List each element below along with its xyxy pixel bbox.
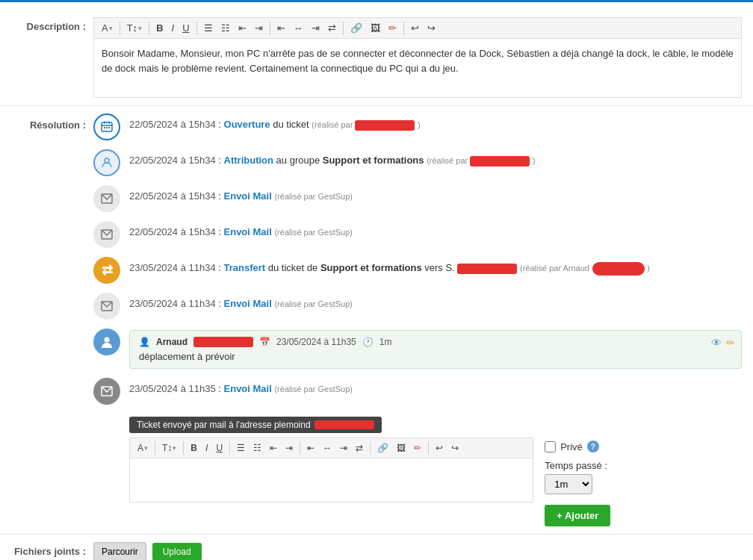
sep5 bbox=[343, 22, 344, 35]
comment-actions: 👁 ✏ bbox=[711, 337, 735, 349]
timeline-event-3: 22/05/2024 à 15h34 : Envoi Mail (réalisé… bbox=[93, 185, 742, 212]
underline-btn[interactable]: U bbox=[179, 21, 192, 35]
add-fichier-btn[interactable]: Parcourir bbox=[93, 542, 146, 560]
undo-btn[interactable]: ↩ bbox=[408, 21, 422, 35]
mail-icon-6 bbox=[93, 293, 120, 320]
upload-fichier-btn[interactable]: Upload bbox=[152, 543, 202, 560]
reply-list-ol-btn[interactable]: ☷ bbox=[250, 441, 264, 455]
reply-content: Ticket envoyé par mail à l'adresse plemo… bbox=[129, 414, 742, 526]
bold-btn[interactable]: B bbox=[153, 21, 166, 35]
mail-icon-3 bbox=[93, 185, 120, 212]
timeline-event-2: 22/05/2024 à 15h34 : Attribution au grou… bbox=[93, 149, 742, 176]
reply-image-btn[interactable]: 🖼 bbox=[394, 441, 409, 455]
temps-select[interactable]: 1m 5m 10m 15m 30m 1h bbox=[545, 474, 592, 494]
reply-align-r-btn[interactable]: ⇥ bbox=[337, 441, 350, 455]
reply-underline-btn[interactable]: U bbox=[213, 441, 226, 455]
reply-list-ul-btn[interactable]: ☰ bbox=[234, 441, 248, 455]
edit-comment-btn[interactable]: ✏ bbox=[726, 337, 735, 349]
reply-indent-r-btn[interactable]: ⇥ bbox=[282, 441, 296, 455]
fichiers-label: Fichiers joints : bbox=[11, 542, 93, 557]
resolution-label: Résolution : bbox=[11, 113, 93, 131]
color-btn[interactable]: ✏ bbox=[385, 21, 400, 35]
reply-editor-row: A ▾ T↕ ▾ B I bbox=[129, 438, 742, 526]
reply-editor-wrapper: A ▾ T↕ ▾ B I bbox=[129, 438, 533, 526]
align-left-btn[interactable]: ⇤ bbox=[274, 21, 288, 35]
reply-indent-l-btn[interactable]: ⇤ bbox=[267, 441, 280, 455]
comment-wrapper: 👤 Arnaud 📅 23/05/2024 à 11h35 🕐 1m dépla… bbox=[129, 329, 742, 369]
prive-checkbox[interactable] bbox=[545, 441, 556, 452]
reply-justify-btn[interactable]: ⇄ bbox=[353, 441, 366, 455]
temps-label: Temps passé : bbox=[545, 460, 607, 471]
help-icon[interactable]: ? bbox=[587, 441, 599, 452]
list-ol-btn[interactable]: ☷ bbox=[218, 21, 233, 35]
reply-font-btn[interactable]: A ▾ bbox=[134, 441, 151, 455]
reply-bold-btn[interactable]: B bbox=[188, 441, 200, 455]
reply-fontsize-btn[interactable]: T↕ ▾ bbox=[159, 441, 179, 455]
resolution-section: Résolution : 22/05/2024 à 15h3 bbox=[0, 106, 753, 535]
fichiers-section: Fichiers joints : Parcourir Upload bbox=[0, 535, 753, 560]
reply-text-input[interactable] bbox=[129, 458, 533, 503]
reply-align-c-btn[interactable]: ↔ bbox=[320, 441, 335, 455]
list-ul-btn[interactable]: ☰ bbox=[201, 21, 216, 35]
sep6 bbox=[403, 22, 404, 35]
reply-toolbar: A ▾ T↕ ▾ B I bbox=[129, 438, 533, 458]
image-btn[interactable]: 🖼 bbox=[368, 21, 383, 35]
event-5-text: 23/05/2024 à 11h34 : Transfert du ticket… bbox=[129, 257, 742, 276]
sep2 bbox=[149, 22, 149, 35]
svg-rect-2 bbox=[104, 122, 105, 124]
svg-point-7 bbox=[105, 158, 109, 163]
font-family-btn[interactable]: A ▾ bbox=[99, 21, 116, 35]
indent-r-btn[interactable]: ⇥ bbox=[252, 21, 266, 35]
timeline-event-5: ⇄ 23/05/2024 à 11h34 : Transfert du tick… bbox=[93, 257, 742, 284]
align-right-btn[interactable]: ⇥ bbox=[309, 21, 323, 35]
event-2-text: 22/05/2024 à 15h34 : Attribution au grou… bbox=[129, 149, 742, 167]
justify-btn[interactable]: ⇄ bbox=[325, 21, 339, 35]
reply-redo-btn[interactable]: ↪ bbox=[448, 441, 462, 455]
reply-color-btn[interactable]: ✏ bbox=[411, 441, 424, 455]
event-1-text: 22/05/2024 à 15h34 : Ouverture du ticket… bbox=[129, 113, 742, 131]
fichiers-content: Parcourir Upload bbox=[93, 542, 202, 560]
svg-rect-3 bbox=[108, 122, 110, 124]
person-icon-2 bbox=[93, 149, 120, 176]
indent-l-btn[interactable]: ⇤ bbox=[235, 21, 250, 35]
sep3 bbox=[196, 22, 197, 35]
align-center-btn[interactable]: ↔ bbox=[291, 21, 306, 35]
comment-text: déplacement à prévoir bbox=[139, 351, 732, 362]
reply-align-l-btn[interactable]: ⇤ bbox=[304, 441, 317, 455]
event-3-text: 22/05/2024 à 15h34 : Envoi Mail (réalisé… bbox=[129, 185, 742, 203]
timeline-event-1: 22/05/2024 à 15h34 : Ouverture du ticket… bbox=[93, 113, 742, 140]
sep1 bbox=[120, 22, 120, 35]
view-comment-btn[interactable]: 👁 bbox=[711, 337, 722, 349]
ajouter-btn[interactable]: + Ajouter bbox=[545, 505, 610, 526]
mail-icon-4 bbox=[93, 221, 120, 248]
reply-undo-btn[interactable]: ↩ bbox=[433, 441, 446, 455]
timeline-event-6: 23/05/2024 à 11h34 : Envoi Mail (réalisé… bbox=[93, 293, 742, 320]
timeline-event-4: 22/05/2024 à 15h34 : Envoi Mail (réalisé… bbox=[93, 221, 742, 248]
description-text[interactable]: Bonsoir Madame, Monsieur, mon PC n'arrêt… bbox=[93, 38, 742, 98]
description-toolbar: A ▾ T↕ ▾ B I U ☰ ☷ ⇤ ⇥ ⇤ ↔ bbox=[93, 17, 742, 38]
event-7-text: 23/05/2024 à 11h35 : Envoi Mail (réalisé… bbox=[129, 378, 742, 396]
side-controls: Privé ? Temps passé : 1m 5m 10m 15m bbox=[533, 441, 610, 526]
comment-meta: 👤 Arnaud 📅 23/05/2024 à 11h35 🕐 1m bbox=[139, 337, 732, 347]
comment-person-icon bbox=[93, 329, 120, 355]
calendar-icon-1 bbox=[93, 113, 120, 140]
reply-area: Ticket envoyé par mail à l'adresse plemo… bbox=[93, 414, 742, 526]
italic-btn[interactable]: I bbox=[169, 21, 178, 35]
reply-link-btn[interactable]: 🔗 bbox=[374, 441, 391, 455]
link-btn[interactable]: 🔗 bbox=[347, 21, 365, 35]
prive-label: Privé bbox=[560, 441, 583, 452]
svg-rect-4 bbox=[104, 127, 105, 128]
svg-rect-6 bbox=[108, 127, 110, 128]
svg-rect-5 bbox=[106, 127, 108, 128]
comment-box: 👤 Arnaud 📅 23/05/2024 à 11h35 🕐 1m dépla… bbox=[129, 330, 742, 369]
mail-icon-7 bbox=[93, 378, 120, 405]
svg-point-11 bbox=[105, 337, 110, 343]
description-content: A ▾ T↕ ▾ B I U ☰ ☷ ⇤ ⇥ ⇤ ↔ bbox=[93, 17, 742, 98]
redo-btn[interactable]: ↪ bbox=[424, 21, 439, 35]
reply-italic-btn[interactable]: I bbox=[202, 441, 211, 455]
description-label: Description : bbox=[11, 17, 93, 98]
font-size-btn[interactable]: T↕ ▾ bbox=[124, 21, 145, 35]
comment-item: 👤 Arnaud 📅 23/05/2024 à 11h35 🕐 1m dépla… bbox=[93, 329, 742, 369]
resolution-content: 22/05/2024 à 15h34 : Ouverture du ticket… bbox=[93, 113, 742, 526]
timeline-event-7: 23/05/2024 à 11h35 : Envoi Mail (réalisé… bbox=[93, 378, 742, 405]
